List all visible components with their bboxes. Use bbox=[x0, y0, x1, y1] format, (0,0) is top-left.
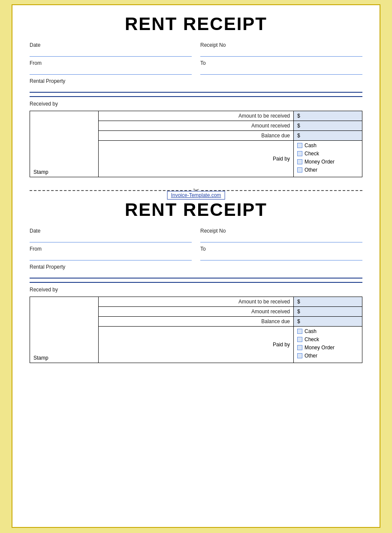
paid-by-options-2: Cash Check Money Order Other bbox=[294, 327, 362, 363]
to-field-group-2: To bbox=[200, 246, 362, 264]
date-line-2 bbox=[30, 235, 192, 242]
check-checkbox[interactable] bbox=[297, 151, 302, 156]
other-label-2: Other bbox=[305, 353, 317, 359]
receipt-1-title: RENT RECEIPT bbox=[30, 14, 362, 34]
balance-due-value-2: $ bbox=[294, 317, 362, 327]
date-line bbox=[30, 49, 192, 57]
money-order-label-2: Money Order bbox=[305, 345, 335, 351]
other-option-2: Other bbox=[297, 353, 359, 359]
check-label-2: Check bbox=[305, 336, 319, 342]
from-line-2 bbox=[30, 253, 192, 260]
receipt-no-field-group-2: Receipt No bbox=[200, 228, 362, 246]
receipt-no-field-group: Receipt No bbox=[200, 42, 362, 60]
from-field-group-2: From bbox=[30, 246, 192, 264]
from-to-row: From To bbox=[30, 60, 362, 78]
cut-line: ✂ Invoice-Template.com bbox=[30, 186, 362, 195]
to-label-2: To bbox=[200, 246, 362, 252]
receipt-2-table: Stamp Amount to be received $ Amount rec… bbox=[30, 297, 362, 363]
from-label: From bbox=[30, 60, 192, 66]
to-line-2 bbox=[200, 253, 362, 260]
received-by-row: Received by bbox=[30, 100, 362, 107]
receipt-no-label: Receipt No bbox=[200, 42, 362, 48]
rental-property-label: Rental Property bbox=[30, 78, 362, 84]
received-by-label: Received by bbox=[30, 101, 58, 107]
cash-option: Cash bbox=[297, 142, 359, 148]
paid-by-label: Paid by bbox=[99, 141, 294, 177]
check-option: Check bbox=[297, 151, 359, 157]
receipt-2-title: RENT RECEIPT bbox=[30, 200, 362, 220]
rental-property-line bbox=[30, 85, 362, 93]
check-label: Check bbox=[305, 151, 319, 157]
cash-checkbox[interactable] bbox=[297, 143, 302, 148]
stamp-cell-2: Stamp bbox=[30, 297, 99, 363]
receipt-2: RENT RECEIPT Date Receipt No From To Ren… bbox=[30, 200, 362, 367]
table-row-stamp-amounts: Stamp Amount to be received $ bbox=[30, 111, 362, 121]
receipt-no-line-2 bbox=[200, 235, 362, 242]
page: RENT RECEIPT Date Receipt No From To Ren… bbox=[12, 4, 380, 528]
stamp-label-2: Stamp bbox=[33, 355, 48, 361]
rental-property-row: Rental Property bbox=[30, 78, 362, 93]
check-option-2: Check bbox=[297, 336, 359, 342]
money-order-label: Money Order bbox=[305, 159, 335, 165]
check-checkbox-2[interactable] bbox=[297, 337, 302, 342]
cash-checkbox-2[interactable] bbox=[297, 329, 302, 334]
cash-option-2: Cash bbox=[297, 328, 359, 334]
amount-received-value-2: $ bbox=[294, 307, 362, 317]
amount-received-label: Amount received bbox=[99, 121, 294, 131]
stamp-cell: Stamp bbox=[30, 111, 99, 177]
receipt-1-table: Stamp Amount to be received $ Amount rec… bbox=[30, 111, 362, 177]
divider-1 bbox=[30, 96, 362, 97]
rental-property-row-2: Rental Property bbox=[30, 264, 362, 279]
money-order-option: Money Order bbox=[297, 159, 359, 165]
watermark-link[interactable]: Invoice-Template.com bbox=[167, 191, 225, 200]
balance-due-label-2: Balance due bbox=[99, 317, 294, 327]
divider-2 bbox=[30, 282, 362, 283]
amount-received-value: $ bbox=[294, 121, 362, 131]
date-receiptno-row-2: Date Receipt No bbox=[30, 228, 362, 246]
paid-by-options: Cash Check Money Order Other bbox=[294, 141, 362, 177]
other-label: Other bbox=[305, 167, 317, 173]
from-label-2: From bbox=[30, 246, 192, 252]
stamp-label: Stamp bbox=[33, 169, 48, 175]
received-by-label-2: Received by bbox=[30, 287, 58, 293]
paid-by-label-2: Paid by bbox=[99, 327, 294, 363]
cash-label: Cash bbox=[305, 142, 317, 148]
amount-to-receive-label: Amount to be received bbox=[99, 111, 294, 121]
date-label: Date bbox=[30, 42, 192, 48]
receipt-no-label-2: Receipt No bbox=[200, 228, 362, 234]
date-label-2: Date bbox=[30, 228, 192, 234]
other-checkbox[interactable] bbox=[297, 167, 302, 173]
other-option: Other bbox=[297, 167, 359, 173]
amount-to-receive-value: $ bbox=[294, 111, 362, 121]
date-receiptno-row: Date Receipt No bbox=[30, 42, 362, 60]
cash-label-2: Cash bbox=[305, 328, 317, 334]
from-line bbox=[30, 67, 192, 75]
balance-due-value: $ bbox=[294, 131, 362, 141]
balance-due-label: Balance due bbox=[99, 131, 294, 141]
rental-property-label-2: Rental Property bbox=[30, 264, 362, 270]
received-by-row-2: Received by bbox=[30, 285, 362, 293]
other-checkbox-2[interactable] bbox=[297, 353, 302, 358]
to-line bbox=[200, 67, 362, 75]
amount-received-label-2: Amount received bbox=[99, 307, 294, 317]
amount-to-receive-label-2: Amount to be received bbox=[99, 297, 294, 307]
date-field-group: Date bbox=[30, 42, 192, 60]
from-to-row-2: From To bbox=[30, 246, 362, 264]
money-order-checkbox-2[interactable] bbox=[297, 345, 302, 350]
rental-property-line-2 bbox=[30, 271, 362, 279]
receipt-no-line bbox=[200, 49, 362, 57]
table-row-2-stamp-amounts: Stamp Amount to be received $ bbox=[30, 297, 362, 307]
date-field-group-2: Date bbox=[30, 228, 192, 246]
from-field-group: From bbox=[30, 60, 192, 78]
to-label: To bbox=[200, 60, 362, 66]
dash-right: Invoice-Template.com bbox=[201, 190, 363, 191]
to-field-group: To bbox=[200, 60, 362, 78]
money-order-option-2: Money Order bbox=[297, 345, 359, 351]
money-order-checkbox[interactable] bbox=[297, 159, 302, 164]
receipt-1: RENT RECEIPT Date Receipt No From To Ren… bbox=[30, 14, 362, 182]
amount-to-receive-value-2: $ bbox=[294, 297, 362, 307]
